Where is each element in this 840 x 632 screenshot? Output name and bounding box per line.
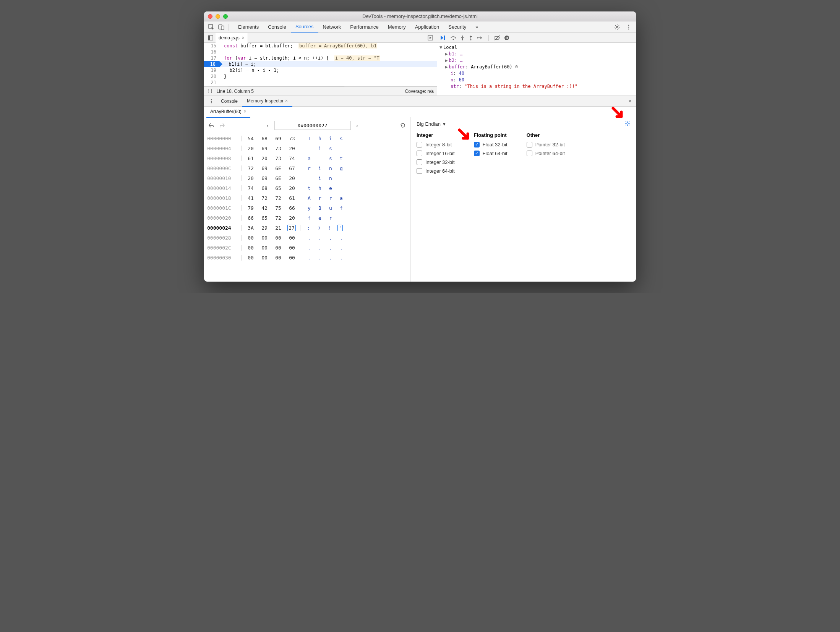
hex-byte[interactable]: 00 — [260, 235, 269, 241]
hex-byte[interactable]: 00 — [288, 235, 296, 241]
hex-char[interactable]: : — [306, 225, 311, 231]
tab-application[interactable]: Application — [410, 21, 444, 33]
mi-tab-arraybuffer[interactable]: ArrayBuffer(60) × — [206, 106, 250, 118]
checkbox-icon[interactable] — [417, 168, 422, 174]
tab-sources[interactable]: Sources — [291, 21, 318, 33]
mi-tab-close-icon[interactable]: × — [244, 106, 246, 117]
hex-char[interactable]: . — [339, 235, 344, 241]
drawer-more-icon[interactable] — [206, 96, 216, 106]
hex-byte[interactable]: 20 — [288, 175, 296, 181]
pretty-print-icon[interactable]: { } — [207, 88, 213, 94]
code-editor[interactable]: 15const buffer = b1.buffer; buffer = Arr… — [204, 43, 437, 86]
hex-char[interactable]: g — [339, 165, 344, 171]
hex-byte[interactable]: 00 — [288, 245, 296, 251]
hex-byte[interactable]: 75 — [274, 205, 282, 211]
hex-byte[interactable]: 00 — [274, 235, 282, 241]
hex-char[interactable]: . — [306, 255, 312, 261]
hex-char[interactable]: a — [306, 156, 312, 161]
hex-char[interactable]: a — [339, 195, 344, 201]
hex-byte[interactable]: 20 — [246, 146, 255, 151]
file-tab-demo-js[interactable]: demo-js.js × — [216, 33, 248, 43]
history-forward-icon[interactable] — [218, 121, 226, 130]
hex-char[interactable]: . — [328, 245, 333, 251]
hex-char[interactable] — [317, 156, 323, 161]
step-over-icon[interactable] — [450, 35, 456, 41]
checkbox-icon[interactable] — [417, 159, 422, 165]
hex-char[interactable]: i — [317, 175, 323, 181]
hex-byte[interactable]: 54 — [246, 136, 255, 141]
checkbox-icon[interactable] — [527, 142, 532, 147]
run-snippet-icon[interactable] — [425, 33, 435, 43]
type-option[interactable]: Pointer 32-bit — [527, 142, 565, 147]
hex-char[interactable]: r — [328, 195, 333, 201]
hex-byte[interactable]: 69 — [274, 136, 282, 141]
hex-byte[interactable]: 66 — [288, 205, 296, 211]
hex-byte[interactable]: 21 — [274, 225, 282, 231]
hex-char[interactable]: e — [328, 185, 333, 191]
type-option[interactable]: Integer 16-bit — [417, 151, 455, 156]
tab-network[interactable]: Network — [318, 21, 346, 33]
checkbox-icon[interactable] — [527, 151, 532, 156]
drawer-tab-console[interactable]: Console — [216, 96, 242, 107]
hex-char[interactable]: n — [328, 165, 333, 171]
page-prev-icon[interactable]: ‹ — [264, 121, 272, 130]
hex-byte[interactable]: 73 — [274, 146, 282, 151]
hex-byte[interactable]: 20 — [288, 146, 296, 151]
hex-byte[interactable]: 00 — [260, 255, 269, 261]
hex-byte[interactable]: 61 — [246, 156, 255, 161]
hex-byte[interactable]: 68 — [260, 136, 269, 141]
checkbox-icon[interactable] — [417, 142, 422, 147]
more-icon[interactable] — [624, 22, 634, 32]
hex-char[interactable]: . — [317, 235, 323, 241]
hex-byte[interactable]: 00 — [274, 245, 282, 251]
hex-byte[interactable]: 68 — [260, 185, 269, 191]
hex-char[interactable]: . — [317, 245, 323, 251]
type-option[interactable]: ✓Float 64-bit — [474, 151, 508, 156]
hex-byte[interactable]: 67 — [288, 165, 296, 171]
checkbox-icon[interactable]: ✓ — [474, 142, 480, 147]
hex-byte[interactable]: 66 — [246, 215, 255, 221]
hex-byte[interactable]: 00 — [246, 235, 255, 241]
endianness-select[interactable]: Big Endian ▾ — [417, 121, 630, 127]
file-tab-close-icon[interactable]: × — [242, 35, 245, 41]
hex-byte[interactable]: 73 — [274, 156, 282, 161]
tab-security[interactable]: Security — [444, 21, 471, 33]
tab-performance[interactable]: Performance — [345, 21, 383, 33]
device-toolbar-icon[interactable] — [216, 22, 226, 32]
hex-char[interactable]: e — [317, 215, 323, 221]
type-option[interactable]: Pointer 64-bit — [527, 151, 565, 156]
hex-char[interactable]: ) — [316, 225, 322, 231]
tab-memory[interactable]: Memory — [383, 21, 410, 33]
page-next-icon[interactable]: › — [353, 121, 362, 130]
resume-icon[interactable] — [440, 35, 446, 41]
hex-byte[interactable]: 72 — [274, 215, 282, 221]
hex-char[interactable]: i — [317, 165, 323, 171]
hex-char[interactable]: . — [328, 255, 333, 261]
hex-char[interactable]: . — [306, 235, 312, 241]
step-out-icon[interactable] — [469, 35, 473, 41]
hex-byte[interactable]: 79 — [246, 205, 255, 211]
hex-char[interactable]: . — [306, 245, 312, 251]
checkbox-icon[interactable]: ✓ — [474, 151, 480, 156]
hex-byte[interactable]: 42 — [260, 205, 269, 211]
hex-char[interactable]: A — [306, 195, 312, 201]
hex-char[interactable]: ! — [327, 225, 332, 231]
hex-char[interactable]: i — [317, 146, 323, 151]
hex-byte[interactable]: 69 — [260, 146, 269, 151]
hex-byte[interactable]: 72 — [260, 195, 269, 201]
hex-byte[interactable]: 29 — [260, 225, 269, 231]
hex-byte[interactable]: 00 — [246, 255, 255, 261]
hex-char[interactable]: s — [328, 156, 333, 161]
window-minimize-button[interactable] — [216, 14, 220, 19]
hex-byte[interactable]: 72 — [274, 195, 282, 201]
memory-icon[interactable]: ⌾ — [515, 64, 518, 70]
hex-byte[interactable]: 20 — [260, 156, 269, 161]
hex-char[interactable] — [339, 175, 344, 181]
hex-byte[interactable]: 65 — [260, 215, 269, 221]
hex-char[interactable]: r — [317, 195, 323, 201]
refresh-icon[interactable] — [399, 121, 407, 130]
hex-char[interactable]: . — [339, 255, 344, 261]
hex-char[interactable]: r — [306, 165, 312, 171]
type-option[interactable]: Integer 8-bit — [417, 142, 455, 147]
hex-char[interactable]: h — [317, 136, 323, 141]
